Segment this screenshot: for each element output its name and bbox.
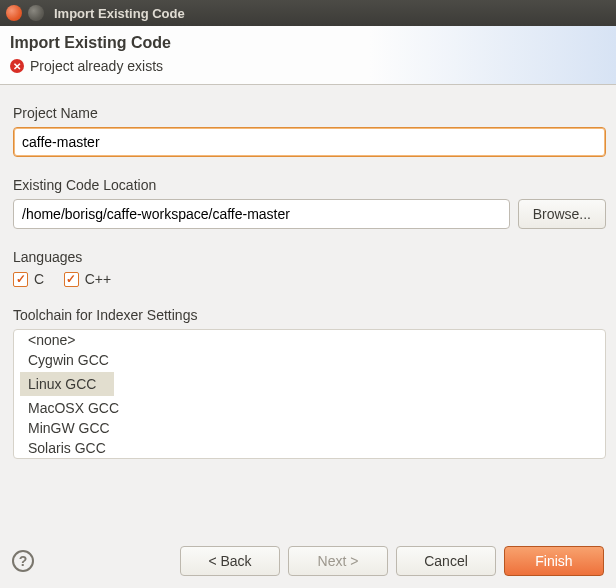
languages-group: Languages ✓ C ✓ C++ — [13, 249, 606, 287]
toolchain-group: Toolchain for Indexer Settings <none> Cy… — [13, 307, 606, 459]
languages-label: Languages — [13, 249, 606, 265]
checkbox-checked-icon: ✓ — [13, 272, 28, 287]
project-name-input[interactable] — [13, 127, 606, 157]
toolchain-list[interactable]: <none> Cygwin GCC Linux GCC MacOSX GCC M… — [13, 329, 606, 459]
code-location-group: Existing Code Location Browse... — [13, 177, 606, 229]
cancel-button[interactable]: Cancel — [396, 546, 496, 576]
code-location-label: Existing Code Location — [13, 177, 606, 193]
list-item[interactable]: Cygwin GCC — [20, 348, 117, 372]
error-message: Project already exists — [30, 58, 163, 74]
wizard-footer: ? < Back Next > Cancel Finish — [0, 546, 616, 576]
code-location-input[interactable] — [13, 199, 510, 229]
back-button[interactable]: < Back — [180, 546, 280, 576]
wizard-content: Project Name Existing Code Location Brow… — [0, 85, 616, 469]
finish-button[interactable]: Finish — [504, 546, 604, 576]
project-name-group: Project Name — [13, 105, 606, 157]
browse-button[interactable]: Browse... — [518, 199, 606, 229]
language-c-checkbox[interactable]: ✓ C — [13, 271, 44, 287]
page-title: Import Existing Code — [10, 34, 606, 52]
list-item[interactable]: Solaris GCC — [20, 436, 114, 460]
wizard-header: Import Existing Code ✕ Project already e… — [0, 26, 616, 85]
window-title: Import Existing Code — [54, 6, 185, 21]
toolchain-label: Toolchain for Indexer Settings — [13, 307, 606, 323]
close-icon[interactable] — [6, 5, 22, 21]
list-item[interactable]: Linux GCC — [20, 372, 114, 396]
checkbox-checked-icon: ✓ — [64, 272, 79, 287]
error-icon: ✕ — [10, 59, 24, 73]
help-icon[interactable]: ? — [12, 550, 34, 572]
language-cpp-label: C++ — [85, 271, 111, 287]
titlebar: Import Existing Code — [0, 0, 616, 26]
error-row: ✕ Project already exists — [10, 58, 606, 74]
language-cpp-checkbox[interactable]: ✓ C++ — [64, 271, 111, 287]
next-button[interactable]: Next > — [288, 546, 388, 576]
project-name-label: Project Name — [13, 105, 606, 121]
language-c-label: C — [34, 271, 44, 287]
minimize-icon[interactable] — [28, 5, 44, 21]
